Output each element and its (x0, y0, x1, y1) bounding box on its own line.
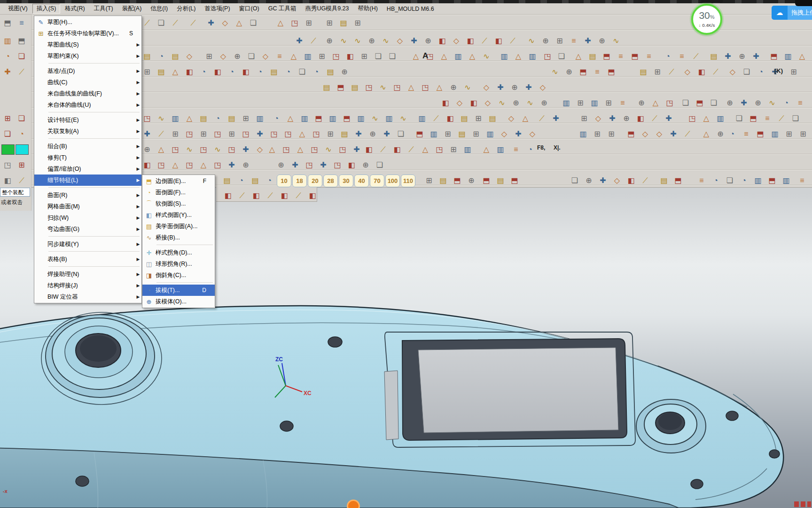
toolbar-icon[interactable]: △ (288, 50, 300, 63)
toolbar-icon[interactable]: △ (410, 50, 422, 63)
toolbar-k-circle[interactable]: (K) (774, 67, 783, 74)
toolbar-icon[interactable]: ≡ (273, 50, 286, 63)
menu-item-surface[interactable]: 曲面(R)▶ (34, 190, 141, 201)
number-button-100[interactable]: 100 (385, 175, 400, 187)
toolbar-icon[interactable]: ⊞ (240, 112, 252, 125)
toolbar-icon[interactable]: ◔ (310, 66, 322, 78)
toolbar-icon[interactable]: ✚ (494, 81, 507, 94)
menu-item-sketch-constraint[interactable]: 草图约束(K)▶ (34, 50, 141, 62)
toolbar-icon[interactable]: ⟋ (648, 112, 661, 125)
dock-icon[interactable]: ⟋ (16, 175, 28, 187)
toolbar-icon[interactable]: ⊕ (359, 159, 372, 171)
toolbar-icon[interactable]: ▤ (324, 66, 336, 78)
toolbar-icon[interactable]: ◔ (270, 112, 282, 125)
toolbar-icon[interactable]: ✚ (667, 128, 679, 140)
menu-item-sketch-in-task[interactable]: ⊞在任务环境中绘制草图(V)...S (34, 28, 141, 39)
toolbar-icon[interactable]: ▤ (494, 175, 507, 187)
toolbar-icon[interactable]: ⊞ (447, 143, 460, 156)
menubar-help[interactable]: 帮助(H) (354, 4, 382, 14)
toolbar-icon[interactable]: ◳ (541, 50, 554, 63)
toolbar-icon[interactable]: ⊕ (724, 97, 736, 109)
toolbar-icon[interactable]: ◔ (155, 50, 167, 63)
toolbar-icon[interactable]: ▥ (383, 112, 395, 125)
toolbar-icon[interactable]: ▤ (456, 128, 468, 140)
menu-item-edge-blend[interactable]: ⬒边倒圆(E)...F (142, 175, 215, 187)
toolbar-icon[interactable]: ◇ (505, 112, 517, 125)
toolbar-icon[interactable]: ◔ (211, 112, 224, 125)
toolbar-icon[interactable]: ❏ (708, 97, 720, 109)
menu-item-biw-locator[interactable]: BIW 定位器▶ (34, 291, 141, 302)
toolbar-icon[interactable]: ⬒ (577, 66, 589, 78)
toolbar-icon[interactable]: ⟋ (187, 17, 199, 29)
toolbar-icon[interactable]: ▥ (494, 143, 507, 156)
menu-item-styled-blend[interactable]: ◧样式倒圆(Y)... (142, 209, 215, 221)
toolbar-icon[interactable]: ⊕ (563, 66, 575, 78)
toolbar-icon[interactable]: ◔ (263, 175, 275, 187)
toolbar-icon[interactable]: ≡ (676, 50, 688, 63)
toolbar-icon[interactable]: ◧ (278, 190, 290, 202)
toolbar-icon[interactable]: ❏ (296, 66, 308, 78)
toolbar-icon[interactable]: ⟋ (377, 143, 389, 156)
toolbar-icon[interactable]: ❏ (395, 128, 407, 140)
toolbar-icon[interactable]: △ (512, 50, 524, 63)
toolbar-icon[interactable]: △ (296, 128, 308, 140)
toolbar-icon[interactable]: ⊕ (510, 97, 522, 109)
toolbar-icon[interactable]: ▥ (254, 112, 266, 125)
toolbar-icon[interactable]: ⊕ (539, 35, 552, 47)
toolbar-icon[interactable]: ⬒ (508, 175, 521, 187)
toolbar-icon[interactable]: ⊕ (323, 35, 336, 47)
toolbar-icon[interactable]: ▥ (461, 143, 474, 156)
toolbar-icon[interactable]: ▥ (452, 50, 464, 63)
toolbar-icon[interactable]: ⊕ (583, 175, 595, 187)
toolbar-icon[interactable]: ⊞ (316, 50, 328, 63)
toolbar-icon[interactable]: ⊕ (596, 35, 608, 47)
toolbar-icon[interactable]: △ (266, 143, 278, 156)
toolbar-icon[interactable]: ⊞ (197, 128, 210, 140)
toolbar-icon[interactable]: ⊞ (423, 175, 435, 187)
menu-item-flange-surface[interactable]: 弯边曲面(G)▶ (34, 223, 141, 235)
toolbar-icon[interactable]: ❏ (155, 17, 167, 29)
toolbar-icon[interactable]: ▥ (780, 175, 792, 187)
toolbar-icon[interactable]: ▤ (708, 50, 720, 63)
toolbar-f8-toggle[interactable]: F8, (537, 144, 545, 151)
toolbar-icon[interactable]: ∿ (525, 35, 538, 47)
toolbar-icon[interactable]: ✚ (141, 128, 153, 140)
toolbar-icon[interactable]: ∿ (155, 112, 167, 125)
toolbar-icon[interactable]: ⟋ (430, 112, 442, 125)
toolbar-icon[interactable]: ◔ (780, 97, 792, 109)
toolbar-icon[interactable]: ▥ (484, 128, 496, 140)
toolbar-icon[interactable]: △ (274, 17, 287, 29)
menu-item-aesthetic-face-blend[interactable]: ▤美学面倒圆(A)... (142, 221, 215, 232)
toolbar-icon[interactable]: ▤ (586, 50, 599, 63)
toolbar-icon[interactable]: ≡ (617, 97, 629, 109)
dock-icon[interactable]: ❏ (16, 50, 28, 63)
toolbar-icon[interactable]: ⊞ (578, 112, 590, 125)
toolbar-icon[interactable]: ⟋ (292, 190, 304, 202)
toolbar-icon[interactable]: ◳ (336, 143, 349, 156)
toolbar-icon[interactable]: ✚ (408, 35, 420, 47)
toolbar-icon[interactable]: ◳ (330, 50, 342, 63)
toolbar-icon[interactable]: ✚ (240, 143, 252, 156)
toolbar-icon[interactable]: ⟋ (690, 50, 702, 63)
toolbar-icon[interactable]: △ (519, 112, 531, 125)
toolbar-icon[interactable]: ◧ (625, 175, 637, 187)
toolbar-icon[interactable]: ◔ (235, 175, 247, 187)
toolbar-icon[interactable]: ◳ (282, 128, 294, 140)
toolbar-icon[interactable]: △ (155, 143, 167, 156)
toolbar-icon[interactable]: ∿ (351, 35, 364, 47)
toolbar-icon[interactable]: ❏ (374, 159, 386, 171)
dock-icon[interactable]: ❏ (1, 128, 14, 140)
toolbar-icon[interactable]: △ (183, 112, 195, 125)
menu-item-soft-blend[interactable]: ⌒软倒圆(S)... (142, 198, 215, 209)
toolbar-icon[interactable]: ≡ (740, 128, 752, 140)
toolbar-icon[interactable]: ✚ (254, 128, 266, 140)
toolbar-icon[interactable]: ⬒ (694, 97, 706, 109)
toolbar-icon[interactable]: ≡ (643, 50, 655, 63)
toolbar-icon[interactable]: ◔ (226, 66, 238, 78)
toolbar-icon[interactable]: ◧ (306, 190, 319, 202)
toolbar-icon[interactable]: ◔ (726, 128, 738, 140)
toolbar-icon[interactable]: ◳ (363, 81, 375, 94)
toolbar-icon[interactable]: △ (169, 66, 181, 78)
toolbar-icon[interactable]: ◔ (197, 66, 210, 78)
toolbar-icon[interactable]: ❏ (741, 66, 753, 78)
